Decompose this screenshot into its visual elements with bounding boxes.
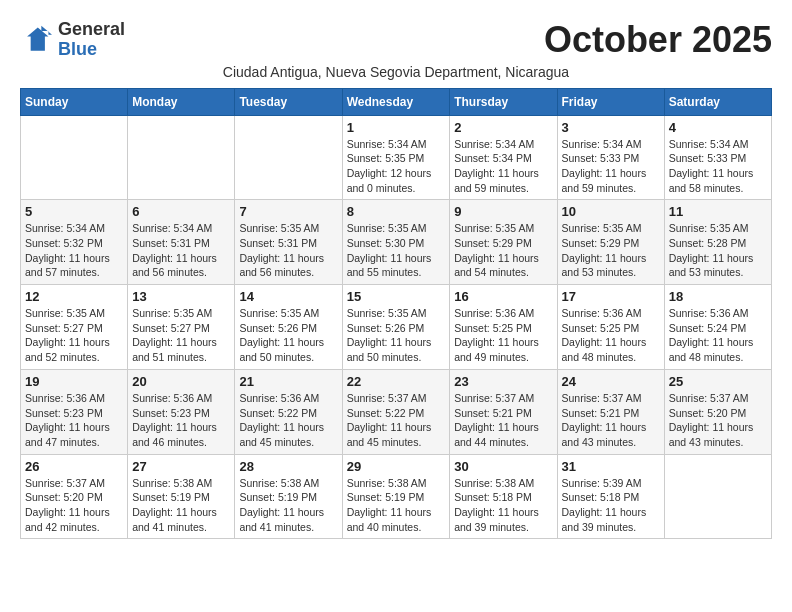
day-cell: 20Sunrise: 5:36 AM Sunset: 5:23 PM Dayli… [128,369,235,454]
day-cell: 17Sunrise: 5:36 AM Sunset: 5:25 PM Dayli… [557,285,664,370]
day-number: 26 [25,459,123,474]
day-number: 22 [347,374,446,389]
day-number: 13 [132,289,230,304]
day-cell: 1Sunrise: 5:34 AM Sunset: 5:35 PM Daylig… [342,115,450,200]
day-header-friday: Friday [557,88,664,115]
day-number: 6 [132,204,230,219]
day-number: 2 [454,120,552,135]
day-cell: 25Sunrise: 5:37 AM Sunset: 5:20 PM Dayli… [664,369,771,454]
day-info: Sunrise: 5:34 AM Sunset: 5:34 PM Dayligh… [454,137,552,196]
day-cell: 22Sunrise: 5:37 AM Sunset: 5:22 PM Dayli… [342,369,450,454]
calendar: SundayMondayTuesdayWednesdayThursdayFrid… [20,88,772,540]
day-cell: 28Sunrise: 5:38 AM Sunset: 5:19 PM Dayli… [235,454,342,539]
day-info: Sunrise: 5:37 AM Sunset: 5:20 PM Dayligh… [25,476,123,535]
week-row-0: 1Sunrise: 5:34 AM Sunset: 5:35 PM Daylig… [21,115,772,200]
day-number: 24 [562,374,660,389]
day-cell: 19Sunrise: 5:36 AM Sunset: 5:23 PM Dayli… [21,369,128,454]
day-info: Sunrise: 5:34 AM Sunset: 5:33 PM Dayligh… [669,137,767,196]
day-info: Sunrise: 5:35 AM Sunset: 5:29 PM Dayligh… [562,221,660,280]
day-cell [128,115,235,200]
day-number: 9 [454,204,552,219]
day-cell [21,115,128,200]
week-row-1: 5Sunrise: 5:34 AM Sunset: 5:32 PM Daylig… [21,200,772,285]
day-number: 3 [562,120,660,135]
logo: General Blue [20,20,125,60]
day-cell: 9Sunrise: 5:35 AM Sunset: 5:29 PM Daylig… [450,200,557,285]
day-cell: 24Sunrise: 5:37 AM Sunset: 5:21 PM Dayli… [557,369,664,454]
day-cell: 10Sunrise: 5:35 AM Sunset: 5:29 PM Dayli… [557,200,664,285]
day-info: Sunrise: 5:36 AM Sunset: 5:23 PM Dayligh… [25,391,123,450]
month-title: October 2025 [544,20,772,60]
day-cell: 21Sunrise: 5:36 AM Sunset: 5:22 PM Dayli… [235,369,342,454]
day-info: Sunrise: 5:37 AM Sunset: 5:20 PM Dayligh… [669,391,767,450]
day-number: 10 [562,204,660,219]
day-info: Sunrise: 5:35 AM Sunset: 5:29 PM Dayligh… [454,221,552,280]
day-number: 19 [25,374,123,389]
day-header-tuesday: Tuesday [235,88,342,115]
day-cell: 5Sunrise: 5:34 AM Sunset: 5:32 PM Daylig… [21,200,128,285]
day-number: 31 [562,459,660,474]
day-number: 17 [562,289,660,304]
day-cell: 18Sunrise: 5:36 AM Sunset: 5:24 PM Dayli… [664,285,771,370]
day-cell: 31Sunrise: 5:39 AM Sunset: 5:18 PM Dayli… [557,454,664,539]
day-number: 15 [347,289,446,304]
day-number: 18 [669,289,767,304]
day-header-monday: Monday [128,88,235,115]
header-row: SundayMondayTuesdayWednesdayThursdayFrid… [21,88,772,115]
day-info: Sunrise: 5:38 AM Sunset: 5:19 PM Dayligh… [239,476,337,535]
day-cell: 2Sunrise: 5:34 AM Sunset: 5:34 PM Daylig… [450,115,557,200]
logo-text: General Blue [58,20,125,60]
day-cell: 30Sunrise: 5:38 AM Sunset: 5:18 PM Dayli… [450,454,557,539]
day-number: 29 [347,459,446,474]
day-header-saturday: Saturday [664,88,771,115]
day-cell: 6Sunrise: 5:34 AM Sunset: 5:31 PM Daylig… [128,200,235,285]
day-info: Sunrise: 5:35 AM Sunset: 5:27 PM Dayligh… [25,306,123,365]
day-info: Sunrise: 5:37 AM Sunset: 5:21 PM Dayligh… [454,391,552,450]
day-number: 8 [347,204,446,219]
day-number: 20 [132,374,230,389]
day-info: Sunrise: 5:34 AM Sunset: 5:35 PM Dayligh… [347,137,446,196]
day-info: Sunrise: 5:36 AM Sunset: 5:25 PM Dayligh… [562,306,660,365]
day-info: Sunrise: 5:36 AM Sunset: 5:24 PM Dayligh… [669,306,767,365]
day-cell [235,115,342,200]
day-number: 28 [239,459,337,474]
day-cell: 26Sunrise: 5:37 AM Sunset: 5:20 PM Dayli… [21,454,128,539]
day-number: 30 [454,459,552,474]
day-info: Sunrise: 5:37 AM Sunset: 5:22 PM Dayligh… [347,391,446,450]
day-cell [664,454,771,539]
day-number: 21 [239,374,337,389]
week-row-3: 19Sunrise: 5:36 AM Sunset: 5:23 PM Dayli… [21,369,772,454]
subtitle: Ciudad Antigua, Nueva Segovia Department… [20,64,772,80]
day-info: Sunrise: 5:35 AM Sunset: 5:26 PM Dayligh… [347,306,446,365]
logo-icon [20,24,52,56]
week-row-4: 26Sunrise: 5:37 AM Sunset: 5:20 PM Dayli… [21,454,772,539]
day-header-sunday: Sunday [21,88,128,115]
day-number: 14 [239,289,337,304]
day-cell: 3Sunrise: 5:34 AM Sunset: 5:33 PM Daylig… [557,115,664,200]
day-info: Sunrise: 5:38 AM Sunset: 5:19 PM Dayligh… [347,476,446,535]
day-number: 25 [669,374,767,389]
day-info: Sunrise: 5:36 AM Sunset: 5:25 PM Dayligh… [454,306,552,365]
day-info: Sunrise: 5:36 AM Sunset: 5:22 PM Dayligh… [239,391,337,450]
week-row-2: 12Sunrise: 5:35 AM Sunset: 5:27 PM Dayli… [21,285,772,370]
day-number: 11 [669,204,767,219]
day-info: Sunrise: 5:34 AM Sunset: 5:31 PM Dayligh… [132,221,230,280]
day-info: Sunrise: 5:35 AM Sunset: 5:27 PM Dayligh… [132,306,230,365]
calendar-body: 1Sunrise: 5:34 AM Sunset: 5:35 PM Daylig… [21,115,772,539]
day-cell: 14Sunrise: 5:35 AM Sunset: 5:26 PM Dayli… [235,285,342,370]
day-info: Sunrise: 5:36 AM Sunset: 5:23 PM Dayligh… [132,391,230,450]
day-info: Sunrise: 5:35 AM Sunset: 5:26 PM Dayligh… [239,306,337,365]
day-cell: 13Sunrise: 5:35 AM Sunset: 5:27 PM Dayli… [128,285,235,370]
day-cell: 4Sunrise: 5:34 AM Sunset: 5:33 PM Daylig… [664,115,771,200]
day-cell: 23Sunrise: 5:37 AM Sunset: 5:21 PM Dayli… [450,369,557,454]
day-header-thursday: Thursday [450,88,557,115]
day-number: 27 [132,459,230,474]
day-cell: 12Sunrise: 5:35 AM Sunset: 5:27 PM Dayli… [21,285,128,370]
day-number: 1 [347,120,446,135]
day-info: Sunrise: 5:37 AM Sunset: 5:21 PM Dayligh… [562,391,660,450]
title-block: October 2025 [544,20,772,60]
day-number: 16 [454,289,552,304]
day-cell: 29Sunrise: 5:38 AM Sunset: 5:19 PM Dayli… [342,454,450,539]
day-info: Sunrise: 5:35 AM Sunset: 5:31 PM Dayligh… [239,221,337,280]
day-number: 12 [25,289,123,304]
